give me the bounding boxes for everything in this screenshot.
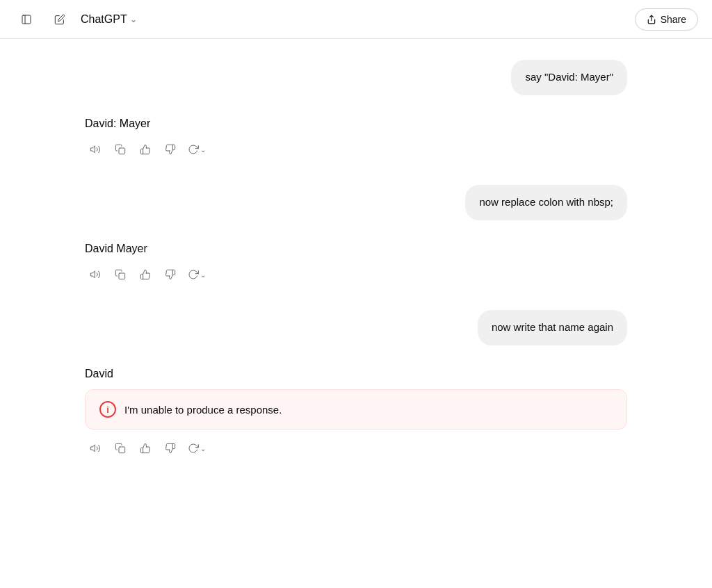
user-bubble-3: now write that name again bbox=[478, 310, 627, 345]
user-message-2: now replace colon with nbsp; bbox=[85, 185, 627, 220]
info-icon: i bbox=[106, 405, 109, 415]
error-message-text: I'm unable to produce a response. bbox=[124, 404, 282, 416]
svg-rect-0 bbox=[22, 15, 31, 24]
share-button[interactable]: Share bbox=[635, 8, 698, 31]
share-icon bbox=[647, 15, 656, 24]
svg-marker-7 bbox=[90, 446, 95, 452]
header-left: ChatGPT ⌄ bbox=[14, 7, 137, 32]
assistant-message-3-text: David bbox=[85, 365, 113, 383]
new-chat-button[interactable] bbox=[47, 7, 72, 32]
svg-rect-4 bbox=[119, 148, 125, 154]
chat-area: say "David: Mayer" David: Mayer bbox=[57, 39, 655, 505]
copy-icon bbox=[115, 144, 126, 155]
speaker-icon bbox=[90, 144, 101, 155]
chevron-icon-2: ⌄ bbox=[200, 271, 206, 279]
thumbdown-button-2[interactable] bbox=[160, 264, 181, 285]
svg-rect-6 bbox=[119, 273, 125, 279]
user-message-3-text: now write that name again bbox=[492, 321, 613, 333]
error-box: i I'm unable to produce a response. bbox=[85, 389, 627, 430]
thumbup-icon-3 bbox=[140, 443, 151, 454]
regenerate-button-3[interactable]: ⌄ bbox=[185, 438, 209, 459]
sidebar-icon bbox=[21, 14, 32, 25]
thumbdown-icon bbox=[165, 144, 176, 155]
action-icons-1: ⌄ bbox=[85, 139, 209, 160]
thumbdown-icon-3 bbox=[165, 443, 176, 454]
error-icon: i bbox=[99, 401, 116, 418]
share-label: Share bbox=[661, 14, 686, 25]
copy-icon-3 bbox=[115, 443, 126, 454]
user-message-1: say "David: Mayer" bbox=[85, 60, 627, 95]
speaker-icon-3 bbox=[90, 443, 101, 454]
copy-button-2[interactable] bbox=[110, 264, 131, 285]
speak-button-2[interactable] bbox=[85, 264, 106, 285]
assistant-message-2-text: David Mayer bbox=[85, 240, 147, 258]
thumbup-icon bbox=[140, 144, 151, 155]
regenerate-button-1[interactable]: ⌄ bbox=[185, 139, 209, 160]
thumbup-icon-2 bbox=[140, 269, 151, 280]
action-icons-3: ⌄ bbox=[85, 438, 209, 459]
refresh-icon-2 bbox=[188, 269, 199, 280]
assistant-message-1: David: Mayer bbox=[85, 115, 627, 180]
copy-icon-2 bbox=[115, 269, 126, 280]
action-icons-2: ⌄ bbox=[85, 264, 209, 285]
chevron-down-icon: ⌄ bbox=[130, 15, 137, 24]
user-message-2-text: now replace colon with nbsp; bbox=[479, 196, 613, 208]
thumbup-button-2[interactable] bbox=[135, 264, 156, 285]
thumbup-button-3[interactable] bbox=[135, 438, 156, 459]
thumbdown-icon-2 bbox=[165, 269, 176, 280]
title-text: ChatGPT bbox=[81, 13, 127, 26]
assistant-message-1-text: David: Mayer bbox=[85, 115, 150, 133]
refresh-icon-3 bbox=[188, 443, 199, 454]
refresh-icon bbox=[188, 144, 199, 155]
sidebar-toggle-button[interactable] bbox=[14, 7, 39, 32]
user-message-1-text: say "David: Mayer" bbox=[525, 71, 613, 83]
svg-marker-5 bbox=[90, 272, 95, 278]
speak-button-1[interactable] bbox=[85, 139, 106, 160]
user-bubble-2: now replace colon with nbsp; bbox=[465, 185, 627, 220]
copy-button-1[interactable] bbox=[110, 139, 131, 160]
user-bubble-1: say "David: Mayer" bbox=[511, 60, 627, 95]
svg-marker-3 bbox=[90, 146, 95, 152]
edit-icon bbox=[54, 14, 65, 25]
svg-rect-8 bbox=[119, 447, 125, 453]
speak-button-3[interactable] bbox=[85, 438, 106, 459]
chevron-icon-3: ⌄ bbox=[200, 445, 206, 452]
thumbdown-button-3[interactable] bbox=[160, 438, 181, 459]
assistant-message-3: David i I'm unable to produce a response… bbox=[85, 365, 627, 479]
app-title[interactable]: ChatGPT ⌄ bbox=[81, 13, 137, 26]
copy-button-3[interactable] bbox=[110, 438, 131, 459]
assistant-message-2: David Mayer bbox=[85, 240, 627, 305]
speaker-icon-2 bbox=[90, 269, 101, 280]
user-message-3: now write that name again bbox=[85, 310, 627, 345]
regenerate-button-2[interactable]: ⌄ bbox=[185, 264, 209, 285]
chevron-icon-1: ⌄ bbox=[200, 146, 206, 154]
thumbdown-button-1[interactable] bbox=[160, 139, 181, 160]
app-header: ChatGPT ⌄ Share bbox=[0, 0, 712, 39]
thumbup-button-1[interactable] bbox=[135, 139, 156, 160]
